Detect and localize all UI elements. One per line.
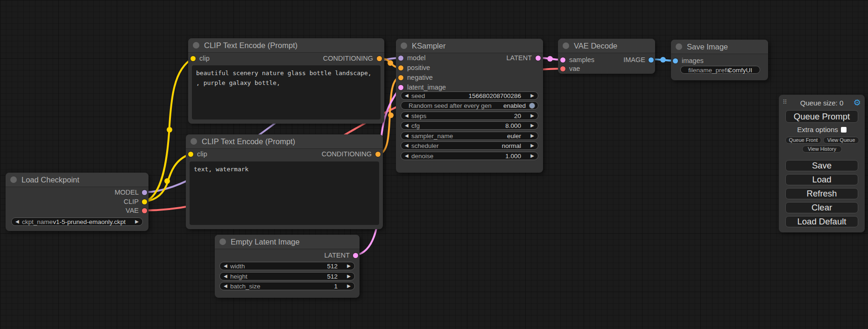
node-vae-decode[interactable]: VAE Decode samples vae IMAGE	[558, 39, 655, 74]
output-dot-latent[interactable]	[536, 56, 541, 61]
input-dot-clip[interactable]	[188, 152, 193, 157]
increment-arrow-icon[interactable]: ▶	[347, 273, 351, 279]
widget-width[interactable]: ◀ width 512 ▶	[219, 262, 355, 270]
widget-denoise[interactable]: ◀ denoise 1.000 ▶	[401, 152, 538, 160]
decrement-arrow-icon[interactable]: ◀	[405, 153, 409, 158]
comfyui-canvas[interactable]: { "colors": { "model": "#B39DDB", "clip"…	[0, 0, 868, 329]
extra-options-checkbox[interactable]	[841, 127, 847, 133]
decrement-arrow-icon[interactable]: ◀	[224, 283, 227, 288]
widget-random-seed[interactable]: Random seed after every gen enabled	[401, 101, 538, 110]
widget-batch-size[interactable]: ◀ batch_size 1 ▶	[219, 282, 355, 290]
input-dot-vae[interactable]	[560, 66, 565, 71]
clear-button[interactable]: Clear	[785, 202, 858, 213]
extra-options-row: Extra options	[779, 126, 865, 133]
decrement-arrow-icon[interactable]: ◀	[405, 113, 409, 118]
widget-label: sampler_name	[411, 133, 453, 140]
collapse-dot-icon[interactable]	[10, 176, 17, 183]
refresh-button[interactable]: Refresh	[785, 188, 858, 199]
node-ksampler[interactable]: KSampler model positive negative latent_…	[396, 39, 543, 173]
load-default-button[interactable]: Load Default	[785, 216, 858, 227]
collapse-dot-icon[interactable]	[563, 42, 569, 49]
input-dot-positive[interactable]	[398, 65, 403, 70]
collapse-dot-icon[interactable]	[191, 138, 197, 145]
menu-panel[interactable]: ⠿ Queue size: 0 ⚙ Queue Prompt Extra opt…	[779, 95, 865, 232]
input-dot-samples[interactable]	[560, 57, 565, 63]
widget-height[interactable]: ◀ height 512 ▶	[219, 272, 355, 280]
node-clip-text-encode-positive[interactable]: CLIP Text Encode (Prompt) clip CONDITION…	[188, 38, 384, 124]
increment-arrow-icon[interactable]: ▶	[530, 123, 534, 128]
node-title-bar[interactable]: VAE Decode	[558, 39, 655, 53]
node-title-bar[interactable]: Empty Latent Image	[215, 235, 360, 249]
widget-steps[interactable]: ◀ steps 20 ▶	[401, 112, 538, 120]
decrement-arrow-icon[interactable]: ◀	[224, 263, 227, 268]
increment-arrow-icon[interactable]: ▶	[530, 153, 534, 158]
decrement-arrow-icon[interactable]: ◀	[405, 133, 409, 138]
widget-cfg[interactable]: ◀ cfg 8.000 ▶	[401, 121, 538, 130]
collapse-dot-icon[interactable]	[219, 238, 226, 245]
increment-arrow-icon[interactable]: ▶	[530, 113, 534, 118]
node-title-bar[interactable]: Load Checkpoint	[6, 173, 148, 187]
node-title-bar[interactable]: KSampler	[396, 39, 543, 53]
decrement-arrow-icon[interactable]: ◀	[405, 93, 409, 98]
output-dot-vae[interactable]	[142, 208, 147, 213]
input-label-clip: clip	[199, 55, 210, 62]
widget-value: 512	[327, 263, 338, 270]
output-dot-model[interactable]	[142, 190, 147, 195]
increment-arrow-icon[interactable]: ▶	[347, 283, 351, 288]
prompt-textarea[interactable]: beautiful scenery nature glass bottle la…	[192, 65, 381, 119]
output-dot-conditioning[interactable]	[375, 152, 381, 157]
queue-prompt-button[interactable]: Queue Prompt	[785, 110, 858, 123]
output-dot-image[interactable]	[649, 57, 654, 63]
node-save-image[interactable]: Save Image images filename_prefix ComfyU…	[671, 40, 768, 80]
node-load-checkpoint[interactable]: Load Checkpoint MODEL CLIP VAE ◀ ckpt_na…	[6, 173, 148, 231]
node-title-bar[interactable]: Save Image	[671, 40, 768, 54]
widget-scheduler[interactable]: ◀ scheduler normal ▶	[401, 141, 538, 150]
decrement-arrow-icon[interactable]: ◀	[405, 123, 409, 128]
widget-filename-prefix[interactable]: filename_prefix ComfyUI	[680, 66, 760, 74]
link-dot	[660, 57, 666, 63]
widget-label: denoise	[411, 153, 433, 160]
input-dot-negative[interactable]	[398, 75, 403, 80]
gear-icon[interactable]: ⚙	[854, 98, 861, 108]
view-queue-button[interactable]: View Queue	[823, 137, 859, 144]
input-dot-latent-image[interactable]	[398, 85, 403, 90]
output-label-conditioning: CONDITIONING	[323, 55, 373, 62]
load-button[interactable]: Load	[785, 174, 858, 185]
collapse-dot-icon[interactable]	[401, 42, 407, 49]
input-dot-model[interactable]	[398, 56, 403, 61]
input-label-model: model	[407, 54, 426, 62]
increment-arrow-icon[interactable]: ▶	[530, 133, 534, 138]
increment-arrow-icon[interactable]: ▶	[135, 219, 139, 224]
prompt-textarea[interactable]: text, watermark	[190, 161, 379, 225]
node-title-bar[interactable]: CLIP Text Encode (Prompt)	[186, 134, 383, 149]
node-title: KSampler	[412, 42, 445, 50]
widget-sampler-name[interactable]: ◀ sampler_name euler ▶	[401, 132, 538, 140]
collapse-dot-icon[interactable]	[676, 43, 682, 50]
toggle-icon[interactable]	[529, 103, 535, 109]
input-dot-images[interactable]	[673, 58, 678, 63]
decrement-arrow-icon[interactable]: ◀	[405, 143, 409, 148]
increment-arrow-icon[interactable]: ▶	[530, 143, 534, 148]
node-clip-text-encode-negative[interactable]: CLIP Text Encode (Prompt) clip CONDITION…	[186, 134, 383, 229]
widget-ckpt-name[interactable]: ◀ ckpt_name v1-5-pruned-emaonly.ckpt ▶	[11, 217, 143, 226]
decrement-arrow-icon[interactable]: ◀	[15, 219, 19, 224]
output-label-conditioning: CONDITIONING	[322, 150, 372, 158]
increment-arrow-icon[interactable]: ▶	[347, 263, 351, 268]
node-empty-latent-image[interactable]: Empty Latent Image LATENT ◀ width 512 ▶ …	[215, 235, 360, 298]
output-dot-clip[interactable]	[142, 199, 147, 204]
output-dot-latent[interactable]	[353, 253, 358, 258]
decrement-arrow-icon[interactable]: ◀	[224, 273, 227, 279]
widget-value: 512	[327, 273, 338, 280]
increment-arrow-icon[interactable]: ▶	[530, 93, 534, 98]
collapse-dot-icon[interactable]	[193, 42, 199, 49]
output-label-clip: CLIP	[124, 198, 139, 205]
node-title-bar[interactable]: CLIP Text Encode (Prompt)	[188, 38, 384, 53]
save-button[interactable]: Save	[785, 160, 858, 171]
output-dot-conditioning[interactable]	[377, 56, 382, 61]
input-dot-clip[interactable]	[191, 56, 196, 61]
queue-front-button[interactable]: Queue Front	[785, 137, 821, 144]
widget-seed[interactable]: ◀ seed 156680208700286 ▶	[401, 91, 538, 100]
link-dot	[388, 112, 394, 118]
link-dot	[388, 60, 393, 66]
view-history-button[interactable]: View History	[802, 146, 842, 153]
